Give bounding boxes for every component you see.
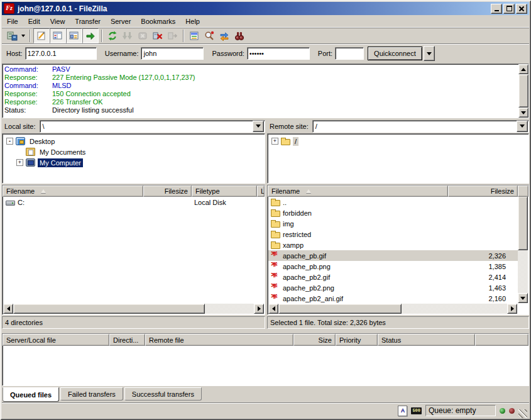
scroll-down-button[interactable] [518, 293, 528, 303]
tree-expander[interactable] [16, 159, 23, 166]
find-files-button[interactable] [232, 29, 247, 43]
menu-transfer[interactable]: Transfer [70, 16, 106, 26]
file-row[interactable]: apache_pb2_ani.gif 2,160 [268, 293, 518, 303]
column-header-filetype[interactable]: Filetype [192, 185, 257, 197]
scroll-right-button[interactable] [507, 304, 517, 314]
column-header-filename[interactable]: Filename [3, 185, 143, 197]
file-row[interactable]: apache_pb.gif 2,326 [268, 250, 518, 261]
tree-expander[interactable] [6, 138, 13, 145]
disconnect-button[interactable] [150, 29, 165, 43]
column-header-remote-file[interactable]: Remote file [145, 334, 293, 346]
synchronized-browsing-button[interactable] [217, 29, 232, 43]
local-hscrollbar[interactable] [3, 304, 264, 314]
menu-view[interactable]: View [45, 16, 70, 26]
toggle-message-log-button[interactable] [33, 28, 50, 43]
menu-help[interactable]: Help [180, 16, 205, 26]
scroll-left-button[interactable] [3, 304, 13, 314]
file-row[interactable]: apache_pb.png 1,385 [268, 261, 518, 272]
tree-item[interactable]: Desktop [5, 136, 263, 146]
toggle-remote-tree-button[interactable] [66, 28, 82, 43]
username-input[interactable] [141, 47, 204, 60]
queue-tab[interactable]: Queued files [3, 387, 59, 402]
file-row[interactable]: .. [268, 197, 518, 207]
tree-item-label: Desktop [28, 137, 57, 146]
remote-vscrollbar[interactable] [518, 186, 528, 303]
app-icon[interactable]: Fz [4, 3, 14, 14]
file-row[interactable]: img [268, 218, 518, 229]
scrollbar-thumb[interactable] [278, 304, 402, 314]
file-row[interactable]: restricted [268, 229, 518, 240]
directory-comparison-button[interactable] [202, 29, 217, 43]
password-input[interactable] [247, 47, 310, 60]
scrollbar-thumb[interactable] [518, 74, 528, 108]
title-bar[interactable]: Fz john@127.0.0.1 - FileZilla [2, 2, 529, 15]
quickconnect-button[interactable]: Quickconnect [368, 47, 422, 60]
file-name: .. [283, 199, 287, 206]
file-row[interactable]: C: Local Disk [3, 197, 264, 207]
scrollbar-track[interactable] [205, 304, 254, 314]
log-line-label: Command: [4, 65, 52, 74]
cancel-button[interactable] [135, 29, 150, 43]
resize-grip[interactable] [518, 409, 527, 418]
minimize-button[interactable] [491, 4, 502, 14]
refresh-button[interactable] [105, 29, 120, 43]
scrollbar-thumb[interactable] [518, 196, 528, 250]
filter-button[interactable] [187, 29, 202, 43]
column-header-size[interactable]: Size [293, 334, 336, 346]
tree-item[interactable]: My Documents [15, 146, 263, 157]
scrollbar-track[interactable] [518, 250, 528, 293]
scroll-left-button[interactable] [268, 304, 278, 314]
site-manager-button[interactable] [4, 29, 19, 43]
directory-comparison-icon [204, 31, 214, 41]
tree-item[interactable]: / [270, 136, 527, 146]
process-queue-button[interactable] [120, 29, 135, 43]
site-manager-dropdown[interactable] [19, 29, 27, 43]
transfer-type-ascii-icon[interactable]: A [398, 406, 407, 416]
scrollbar-thumb[interactable] [13, 304, 205, 314]
file-name: xampp [283, 241, 304, 249]
tree-expander[interactable] [271, 138, 278, 145]
log-scrollbar[interactable] [518, 64, 528, 118]
local-site-combo[interactable]: \ [40, 120, 265, 133]
file-row[interactable]: xampp [268, 240, 518, 250]
quickconnect-bar: Host: Username: Password: Port: Quickcon… [2, 43, 529, 63]
scrollbar-track[interactable] [402, 304, 507, 314]
quickconnect-dropdown[interactable] [424, 46, 435, 61]
queue-tab[interactable]: Failed transfers [60, 387, 123, 401]
host-input[interactable] [25, 47, 97, 60]
menu-edit[interactable]: Edit [23, 16, 45, 26]
menu-bookmarks[interactable]: Bookmarks [136, 16, 180, 26]
local-site-dropdown[interactable] [253, 121, 264, 132]
remote-site-dropdown[interactable] [517, 121, 528, 132]
column-header-priority[interactable]: Priority [336, 334, 378, 346]
queue-tab[interactable]: Successful transfers [124, 387, 202, 401]
port-input[interactable] [335, 47, 364, 60]
maximize-button[interactable] [503, 4, 515, 14]
speed-limits-icon[interactable]: 500 [411, 407, 422, 414]
reconnect-button[interactable] [165, 29, 180, 43]
column-header-lastmodified[interactable]: L [257, 185, 265, 197]
tree-item[interactable]: My Computer [15, 157, 263, 168]
menu-file[interactable]: File [2, 16, 23, 26]
scroll-down-button[interactable] [518, 108, 528, 118]
close-button[interactable] [516, 4, 527, 14]
menu-server[interactable]: Server [106, 16, 136, 26]
column-header-filesize[interactable]: Filesize [448, 185, 518, 197]
column-header-server-local-file[interactable]: Server/Local file [3, 334, 109, 346]
column-header-status[interactable]: Status [378, 334, 475, 346]
toggle-queue-button[interactable] [82, 28, 99, 43]
column-header-filename[interactable]: Filename [268, 185, 448, 197]
remote-site-combo[interactable]: / [312, 120, 529, 133]
column-header-direction[interactable]: Directi... [109, 334, 145, 346]
image-file-icon [271, 284, 280, 292]
filter-icon [189, 31, 199, 41]
arrow-up-icon [521, 68, 526, 71]
remote-hscrollbar[interactable] [268, 304, 517, 314]
file-row[interactable]: apache_pb2.gif 2,414 [268, 272, 518, 282]
scroll-up-button[interactable] [518, 64, 528, 74]
column-header-filesize[interactable]: Filesize [143, 185, 192, 197]
toggle-local-tree-button[interactable] [50, 28, 66, 43]
file-row[interactable]: forbidden [268, 207, 518, 218]
file-row[interactable]: apache_pb2.png 1,463 [268, 282, 518, 293]
scroll-right-button[interactable] [254, 304, 264, 314]
